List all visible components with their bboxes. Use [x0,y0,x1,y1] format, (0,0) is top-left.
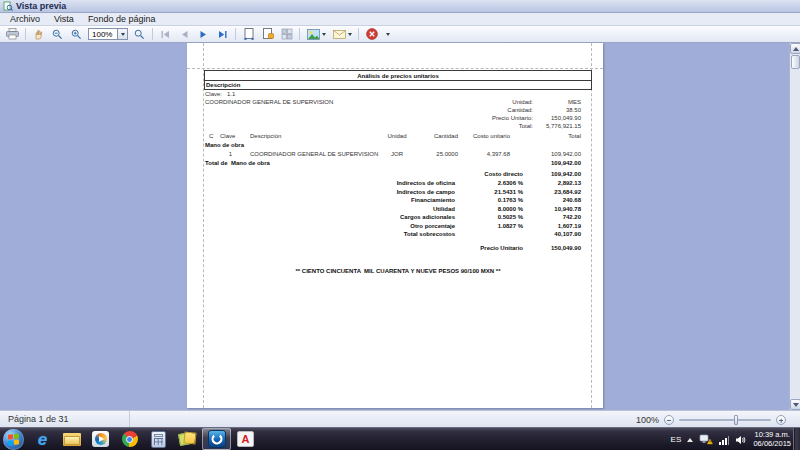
hidden-icons-button[interactable] [687,438,693,442]
arrow-down-icon [793,403,799,407]
scroll-down-button[interactable] [790,399,800,410]
chevron-down-icon [386,33,390,36]
taskbar-file-explorer[interactable] [57,428,86,450]
vertical-scrollbar[interactable] [789,43,800,410]
summary-value: 109,942.00 [501,171,581,178]
signal-strength-icon[interactable] [719,435,729,445]
zoom-tool-button[interactable] [131,27,148,41]
toolbar-separator [299,28,300,40]
close-preview-button[interactable] [363,27,380,41]
menu-fondo-de-pagina[interactable]: Fondo de página [88,14,156,24]
language-indicator[interactable]: ES [671,435,682,444]
description-header: Descripción [206,82,240,89]
summary-value: 742.20 [501,214,581,221]
taskbar-internet-explorer[interactable]: e [28,428,57,450]
menu-archivo[interactable]: Archivo [10,14,40,24]
magnifier-minus-icon [52,29,63,40]
cell-descripcion: COORDINADOR GENERAL DE SUPERVISION [250,151,378,158]
taskbar-adobe-reader[interactable]: A [231,428,260,450]
export-email-button[interactable] [330,27,354,41]
image-export-icon [307,29,320,40]
summary-value: 2,892.13 [501,180,581,187]
opus-app-icon [208,430,226,448]
cell-total: 109,942.00 [501,151,581,158]
arrow-up-icon [793,47,799,51]
summary-label: Utilidad [335,206,455,213]
export-image-button[interactable] [304,27,328,41]
scroll-up-button[interactable] [790,43,800,54]
column-header-c: C [209,133,213,140]
preview-area: Análisis de precios unitarios Descripció… [0,43,800,410]
chevron-down-icon [322,33,326,36]
zoom-out-slider-button[interactable] [664,415,674,425]
unit-price-value: 150,049.90 [501,245,581,252]
volume-icon[interactable] [735,431,747,449]
print-button[interactable] [4,27,21,41]
zoom-out-button[interactable] [49,27,66,41]
summary-label: Indirectos de campo [335,189,455,196]
next-page-button[interactable] [195,27,212,41]
right-margin-guide [591,43,592,408]
zoom-slider-track[interactable] [679,419,771,421]
summary-value: 23,684.92 [501,189,581,196]
clave-label: Clave: [205,91,222,98]
scrollbar-thumb[interactable] [791,55,800,69]
hand-icon [33,29,44,40]
next-page-icon [199,30,208,39]
summary-label: Total sobrecostos [335,231,455,238]
watermark-button[interactable] [278,27,295,41]
page-size-button[interactable] [240,27,257,41]
first-page-button[interactable] [157,27,174,41]
taskbar-opus-active-app[interactable] [202,428,231,450]
taskbar-chrome[interactable] [115,428,144,450]
zoom-in-button[interactable] [68,27,85,41]
tray-clock[interactable]: 10:39 a.m. 06/06/2015 [753,431,793,448]
watermark-icon [281,28,293,40]
adobe-reader-icon: A [237,431,254,447]
previous-page-button[interactable] [176,27,193,41]
magnifier-icon [134,29,145,40]
page-indicator: Página 1 de 31 [0,411,130,427]
folder-icon [63,433,81,446]
last-page-button[interactable] [214,27,231,41]
taskbar-sticky-notes[interactable] [173,428,202,450]
section-header: Mano de obra [205,142,244,149]
page-resize-icon [243,28,255,40]
summary-value: 240.68 [501,197,581,204]
zoom-level-combobox[interactable]: 100% [88,28,128,40]
menu-vista[interactable]: Vista [54,14,74,24]
document-page: Análisis de precios unitarios Descripció… [187,43,603,408]
zoom-combobox-dropdown[interactable] [117,29,127,39]
section-total-label: Total de Mano de obra [205,160,270,167]
summary-value: 40,107.90 [501,231,581,238]
clave-value: 1.1 [227,91,235,98]
field-value: MES [501,99,581,106]
section-total-value: 109,942.00 [501,160,581,167]
zoom-slider-thumb[interactable] [734,415,738,425]
pan-button[interactable] [30,27,47,41]
zoom-in-slider-button[interactable] [776,415,786,425]
previous-page-icon [180,30,189,39]
zoom-controls: 100% [636,411,786,428]
printer-icon [6,28,19,40]
screen: Vista previa Archivo Vista Fondo de pági… [0,0,800,450]
show-desktop-button[interactable] [793,428,800,450]
report-title-box: Análisis de precios unitarios [204,70,592,81]
network-warning-icon[interactable] [699,431,713,449]
taskbar-calculator[interactable] [144,428,173,450]
field-value: 5,776,921.15 [501,123,581,130]
column-header-costo-unitario: Costo unitario [440,133,510,140]
envelope-icon [333,30,346,39]
concept-description: COORDINADOR GENERAL DE SUPERVISION [205,99,333,106]
toolbar-overflow-button[interactable] [382,27,394,41]
start-button[interactable] [3,429,24,450]
taskbar-media-player[interactable] [86,428,115,450]
summary-label: Otro porcentaje [335,223,455,230]
toolbar-separator [235,28,236,40]
toolbar-separator [358,28,359,40]
page-setup-button[interactable] [259,27,276,41]
column-header-clave: Clave [220,133,235,140]
zoom-level-value: 100% [92,30,112,39]
cell-costo-unitario: 4,397.68 [440,151,510,158]
close-icon [366,28,378,40]
